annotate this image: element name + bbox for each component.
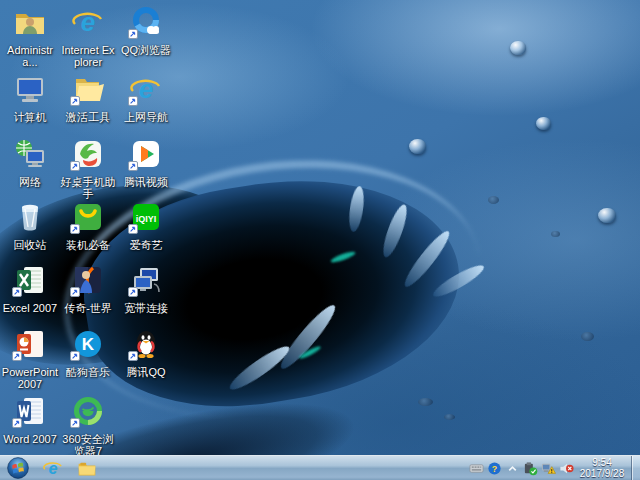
desktop-icon-excel-2007[interactable]: Excel 2007 — [1, 264, 59, 314]
desktop-icon-label: Administra... — [1, 44, 59, 68]
desktop-icon-label: Excel 2007 — [1, 302, 59, 314]
desktop-icon-haozhuo-phone-assistant[interactable]: 好桌手机助手 — [59, 138, 117, 200]
system-tray: ? — [469, 456, 574, 480]
360-safe-browser-icon — [72, 395, 104, 427]
clock-date: 2017/9/28 — [575, 468, 629, 479]
legend-world-icon — [72, 264, 104, 296]
desktop-icon-label: 上网导航 — [117, 111, 175, 123]
kugou-music-icon: K — [72, 328, 104, 360]
shortcut-arrow-badge — [70, 287, 80, 297]
desktop-icon-activation-tools[interactable]: 激活工具 — [59, 73, 117, 123]
desktop-icon-recycle-bin[interactable]: 回收站 — [1, 201, 59, 251]
shortcut-arrow-badge — [70, 224, 80, 234]
broadband-connection-icon — [130, 264, 162, 296]
internet-explorer-icon: e — [43, 458, 63, 478]
desktop-icon-internet-explorer[interactable]: eInternet Explorer — [59, 6, 117, 68]
desktop-icon-label: 计算机 — [1, 111, 59, 123]
tencent-qq-icon — [130, 328, 162, 360]
shortcut-arrow-badge — [12, 418, 22, 428]
admin-folder-icon — [14, 6, 46, 38]
excel-2007-icon — [14, 264, 46, 296]
desktop-icons: Administra...eInternet ExplorerQQ浏览器计算机激… — [0, 0, 640, 455]
shortcut-arrow-badge — [128, 287, 138, 297]
desktop-icon-legend-world[interactable]: 传奇-世界 — [59, 264, 117, 314]
computer-icon — [14, 73, 46, 105]
desktop-icon-web-navigation[interactable]: e上网导航 — [117, 73, 175, 123]
desktop-icon-label: 好桌手机助手 — [59, 176, 117, 200]
svg-text:?: ? — [492, 464, 497, 474]
windows-logo-icon — [7, 457, 29, 479]
desktop-icon-360-safe-browser[interactable]: 360安全浏览器7 — [59, 395, 117, 457]
start-button[interactable] — [0, 456, 36, 480]
desktop-icon-label: 传奇-世界 — [59, 302, 117, 314]
network-warning-icon[interactable] — [541, 461, 556, 476]
input-keyboard-icon[interactable] — [469, 461, 484, 476]
web-navigation-icon: e — [130, 73, 162, 105]
internet-explorer-icon: e — [72, 6, 104, 38]
qq-browser-icon — [130, 6, 162, 38]
desktop-icon-label: Internet Explorer — [59, 44, 117, 68]
shortcut-arrow-badge — [128, 96, 138, 106]
desktop-icon-label: 360安全浏览器7 — [59, 433, 117, 457]
help-icon[interactable]: ? — [487, 461, 502, 476]
essential-software-icon — [72, 201, 104, 233]
desktop-icon-computer[interactable]: 计算机 — [1, 73, 59, 123]
iqiyi-icon: iQIYI — [130, 201, 162, 233]
shortcut-arrow-badge — [70, 161, 80, 171]
desktop-icon-label: 激活工具 — [59, 111, 117, 123]
desktop-icon-tencent-qq[interactable]: 腾讯QQ — [117, 328, 175, 378]
desktop-icon-label: 回收站 — [1, 239, 59, 251]
desktop-icon-broadband-connection[interactable]: 宽带连接 — [117, 264, 175, 314]
shortcut-arrow-badge — [70, 351, 80, 361]
desktop-icon-label: 爱奇艺 — [117, 239, 175, 251]
desktop-icon-qq-browser[interactable]: QQ浏览器 — [117, 6, 175, 56]
clock-time: 9:54 — [575, 457, 629, 468]
desktop-icon-label: 网络 — [1, 176, 59, 188]
desktop-icon-label: 宽带连接 — [117, 302, 175, 314]
shortcut-arrow-badge — [128, 351, 138, 361]
show-desktop-button[interactable] — [631, 456, 640, 480]
activation-tools-icon — [72, 73, 104, 105]
svg-text:e: e — [139, 74, 153, 104]
shortcut-arrow-badge — [70, 418, 80, 428]
show-hidden-icons-icon[interactable] — [505, 461, 520, 476]
tencent-video-icon — [130, 138, 162, 170]
desktop-icon-essential-software[interactable]: 装机必备 — [59, 201, 117, 251]
shortcut-arrow-badge — [12, 287, 22, 297]
network-icon — [14, 138, 46, 170]
taskbar-explorer-button[interactable] — [70, 456, 104, 480]
folder-icon — [77, 458, 97, 478]
taskbar: e ? 9:54 2017/9/28 — [0, 455, 640, 480]
shortcut-arrow-badge — [12, 351, 22, 361]
shortcut-arrow-badge — [128, 224, 138, 234]
desktop-icon-powerpoint-2007[interactable]: PowerPoint 2007 — [1, 328, 59, 390]
desktop-icon-label: 装机必备 — [59, 239, 117, 251]
svg-text:K: K — [82, 335, 95, 354]
desktop-icon-admin-folder[interactable]: Administra... — [1, 6, 59, 68]
svg-text:iQIYI: iQIYI — [136, 214, 157, 224]
desktop-icon-iqiyi[interactable]: iQIYI爱奇艺 — [117, 201, 175, 251]
taskbar-ie-button[interactable]: e — [36, 456, 70, 480]
desktop-icon-label: 酷狗音乐 — [59, 366, 117, 378]
volume-muted-icon[interactable] — [559, 461, 574, 476]
haozhuo-phone-assistant-icon — [72, 138, 104, 170]
desktop-icon-label: Word 2007 — [1, 433, 59, 445]
desktop-icon-kugou-music[interactable]: K酷狗音乐 — [59, 328, 117, 378]
desktop-icon-label: QQ浏览器 — [117, 44, 175, 56]
recycle-bin-icon — [14, 201, 46, 233]
powerpoint-2007-icon — [14, 328, 46, 360]
desktop-icon-label: 腾讯视频 — [117, 176, 175, 188]
shortcut-arrow-badge — [128, 29, 138, 39]
desktop-icon-word-2007[interactable]: Word 2007 — [1, 395, 59, 445]
svg-text:e: e — [48, 459, 57, 477]
desktop-icon-network[interactable]: 网络 — [1, 138, 59, 188]
taskbar-clock[interactable]: 9:54 2017/9/28 — [575, 457, 629, 479]
word-2007-icon — [14, 395, 46, 427]
desktop: Administra...eInternet ExplorerQQ浏览器计算机激… — [0, 0, 640, 480]
desktop-icon-label: PowerPoint 2007 — [1, 366, 59, 390]
shortcut-arrow-badge — [128, 161, 138, 171]
device-ok-icon[interactable] — [523, 461, 538, 476]
shortcut-arrow-badge — [70, 96, 80, 106]
desktop-icon-label: 腾讯QQ — [117, 366, 175, 378]
desktop-icon-tencent-video[interactable]: 腾讯视频 — [117, 138, 175, 188]
